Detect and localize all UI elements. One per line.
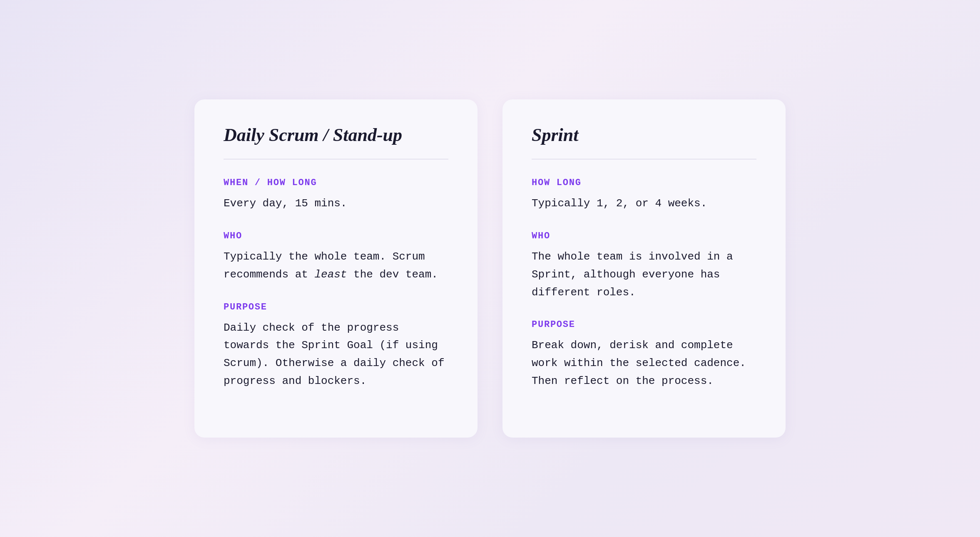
card2-who-label: WHO — [532, 231, 756, 241]
card2-how-long-label: HOW LONG — [532, 178, 756, 188]
card2-purpose-text: Break down, derisk and complete work wit… — [532, 337, 756, 390]
card1-when-text: Every day, 15 mins. — [224, 195, 448, 213]
card2-divider — [532, 159, 756, 159]
card2-title: Sprint — [532, 124, 756, 146]
card1-when-label: WHEN / HOW LONG — [224, 178, 448, 188]
card2-section-how-long: HOW LONG Typically 1, 2, or 4 weeks. — [532, 178, 756, 213]
card1-title: Daily Scrum / Stand-up — [224, 124, 448, 146]
card1-who-text: Typically the whole team. Scrum recommen… — [224, 248, 448, 284]
cards-container: Daily Scrum / Stand-up WHEN / HOW LONG E… — [169, 74, 811, 463]
card-daily-scrum: Daily Scrum / Stand-up WHEN / HOW LONG E… — [194, 99, 478, 438]
card2-purpose-label: PURPOSE — [532, 319, 756, 330]
card1-divider — [224, 159, 448, 159]
card1-purpose-text: Daily check of the progress towards the … — [224, 319, 448, 391]
card1-purpose-label: PURPOSE — [224, 302, 448, 312]
card-sprint: Sprint HOW LONG Typically 1, 2, or 4 wee… — [502, 99, 786, 438]
card2-how-long-text: Typically 1, 2, or 4 weeks. — [532, 195, 756, 213]
card1-section-purpose: PURPOSE Daily check of the progress towa… — [224, 302, 448, 391]
card1-section-when: WHEN / HOW LONG Every day, 15 mins. — [224, 178, 448, 213]
card2-who-text: The whole team is involved in a Sprint, … — [532, 248, 756, 302]
card2-section-who: WHO The whole team is involved in a Spri… — [532, 231, 756, 302]
card1-section-who: WHO Typically the whole team. Scrum reco… — [224, 231, 448, 284]
card2-section-purpose: PURPOSE Break down, derisk and complete … — [532, 319, 756, 390]
card1-who-label: WHO — [224, 231, 448, 241]
